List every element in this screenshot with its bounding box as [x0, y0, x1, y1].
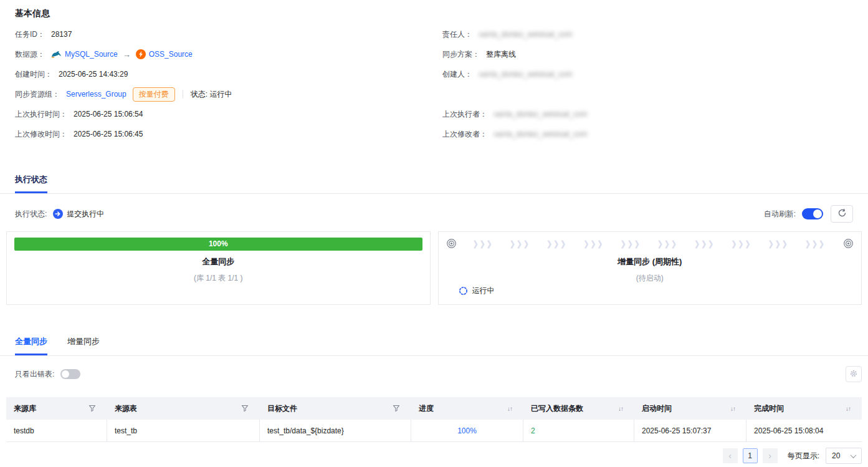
running-label: 运行中 [472, 286, 495, 296]
chevron-group-icon: 》》》 [658, 240, 679, 249]
chevron-flow: 》》》 》》》 》》》 》》》 》》》 》》》 》》》 》》》 》》》 》》》 [457, 240, 844, 249]
cell-target-file: test_tb/data_${bizdate} [260, 420, 411, 441]
col-header-progress: 进度 ↓↑ [411, 397, 523, 420]
cell-finish-time: 2025-06-25 15:08:04 [746, 420, 862, 441]
chevron-group-icon: 》》》 [547, 240, 568, 249]
col-label: 启动时间 [642, 403, 672, 414]
owner-row: 责任人： sarria_doniez_weixiual_com [442, 24, 853, 44]
owner-value-redacted: sarria_doniez_weixiual_com [479, 30, 573, 39]
sync-table: 来源库 来源表 目标文件 进度 ↓↑ 已写入数据条数 ↓↑ 启动时间 ↓↑ 完成… [6, 397, 862, 442]
basic-info-grid: 任务ID： 28137 数据源： MySQL_Source → OSS_Sour… [15, 24, 853, 144]
pagination: ‹ 1 › 每页显示: 20 [6, 448, 862, 464]
sync-plan-label: 同步方案： [442, 49, 480, 60]
error-filter-toggle[interactable] [60, 369, 80, 379]
sync-plan-row: 同步方案： 整库离线 [442, 44, 853, 64]
tab-execution-status[interactable]: 执行状态 [15, 174, 47, 193]
resource-group-label: 同步资源组： [15, 89, 60, 100]
refresh-icon [837, 208, 847, 219]
submit-running-icon [53, 209, 63, 219]
per-page-value: 20 [832, 451, 840, 460]
resource-group-row: 同步资源组： Serverless_Group 按量付费 状态: 运行中 [15, 84, 442, 104]
execution-tabbar: 执行状态 [0, 174, 868, 194]
progress-cards: 100% 全量同步 (库 1/1 表 1/1 ) 》》》 》》》 》》》 》》》… [6, 231, 862, 305]
resource-group-status: 状态: 运行中 [191, 89, 232, 100]
last-modifier-value-redacted: sarria_doniez_weixiual_com [494, 130, 588, 138]
oss-icon [136, 49, 146, 59]
col-label: 来源表 [115, 403, 137, 414]
column-settings-button[interactable] [846, 366, 862, 382]
chevron-group-icon: 》》》 [510, 240, 531, 249]
incremental-card-title: 增量同步 (周期性) [446, 256, 854, 267]
chevron-group-icon: 》》》 [806, 240, 826, 249]
datasource-label: 数据源： [15, 49, 45, 60]
last-modify-time-label: 上次修改时间： [15, 129, 67, 140]
incremental-pipeline-track: 》》》 》》》 》》》 》》》 》》》 》》》 》》》 》》》 》》》 》》》 [446, 238, 854, 251]
basic-info-right-column: 责任人： sarria_doniez_weixiual_com 同步方案： 整库… [442, 24, 853, 144]
table-row: testdb test_tb test_tb/data_${bizdate} 1… [6, 420, 862, 442]
execution-status-row: 执行状态: 提交执行中 自动刷新: [15, 205, 853, 223]
table-filter-row: 只看出错表: [6, 366, 862, 382]
creator-label: 创建人： [442, 69, 472, 80]
filter-funnel-icon[interactable] [393, 405, 400, 412]
resource-group-link[interactable]: Serverless_Group [66, 90, 126, 99]
last-modify-time-row: 上次修改时间： 2025-06-25 15:06:45 [15, 124, 442, 144]
sort-icon[interactable]: ↓↑ [846, 405, 851, 412]
execution-status-value: 提交执行中 [67, 209, 104, 219]
full-sync-progress-bar: 100% [14, 238, 422, 251]
col-label: 进度 [419, 403, 434, 414]
auto-refresh-area: 自动刷新: [764, 205, 853, 223]
col-header-source-db: 来源库 [6, 397, 107, 420]
refresh-button[interactable] [831, 205, 853, 223]
cell-written-rows: 2 [523, 420, 634, 441]
basic-info-left-column: 任务ID： 28137 数据源： MySQL_Source → OSS_Sour… [15, 24, 442, 144]
last-runner-label: 上次执行者： [442, 109, 487, 120]
divider [183, 90, 183, 99]
cell-source-db: testdb [6, 420, 107, 441]
bullseye-icon [843, 238, 854, 251]
target-datasource-link[interactable]: OSS_Source [149, 50, 193, 59]
sort-icon[interactable]: ↓↑ [730, 405, 735, 412]
datasource-row: 数据源： MySQL_Source → OSS_Source [15, 44, 442, 64]
create-time-row: 创建时间： 2025-06-25 14:43:29 [15, 64, 442, 84]
chevron-group-icon: 》》》 [769, 240, 789, 249]
tab-incremental-sync[interactable]: 增量同步 [67, 336, 100, 355]
last-run-time-value: 2025-06-25 15:06:54 [74, 110, 143, 118]
filter-funnel-icon[interactable] [241, 405, 249, 412]
empty-row [442, 84, 853, 104]
execution-status-label: 执行状态: [15, 209, 47, 219]
last-runner-row: 上次执行者： sarria_doniez_weixiual_com [442, 104, 853, 124]
source-datasource-link[interactable]: MySQL_Source [65, 50, 118, 59]
progress-link[interactable]: 100% [457, 426, 477, 435]
per-page-label: 每页显示: [788, 451, 819, 461]
detail-tabbar: 全量同步 增量同步 [0, 336, 868, 356]
full-sync-card-title: 全量同步 [14, 256, 422, 267]
sort-icon[interactable]: ↓↑ [507, 405, 512, 412]
auto-refresh-label: 自动刷新: [764, 209, 796, 219]
basic-info-section: 基本信息 任务ID： 28137 数据源： MySQL_Source → OSS… [0, 0, 868, 144]
next-page-button[interactable]: › [763, 448, 778, 463]
bullseye-icon [446, 238, 457, 251]
col-header-source-table: 来源表 [107, 397, 260, 420]
tab-full-sync[interactable]: 全量同步 [15, 336, 47, 355]
col-header-finish-time: 完成时间 ↓↑ [746, 397, 862, 420]
cell-source-table: test_tb [107, 420, 260, 441]
filter-funnel-icon[interactable] [88, 405, 96, 412]
incremental-card-detail: (待启动) [446, 273, 854, 284]
chevron-group-icon: 》》》 [732, 240, 752, 249]
sort-icon[interactable]: ↓↑ [618, 405, 623, 412]
execution-status-left: 执行状态: 提交执行中 [15, 209, 104, 219]
cell-start-time: 2025-06-25 15:07:37 [634, 420, 746, 441]
col-header-start-time: 启动时间 ↓↑ [634, 397, 746, 420]
creator-row: 创建人： sarria_doniez_weixiual_com [442, 64, 853, 84]
last-modifier-label: 上次修改者： [442, 129, 487, 140]
section-title-basic-info: 基本信息 [15, 8, 853, 19]
current-page-button[interactable]: 1 [743, 448, 758, 463]
col-header-target-file: 目标文件 [260, 397, 411, 420]
incremental-sync-card: 》》》 》》》 》》》 》》》 》》》 》》》 》》》 》》》 》》》 》》》 … [438, 231, 862, 305]
prev-page-button[interactable]: ‹ [723, 448, 738, 463]
chevron-down-icon [851, 452, 857, 458]
col-label: 已写入数据条数 [531, 403, 583, 414]
auto-refresh-toggle[interactable] [802, 208, 823, 219]
table-header: 来源库 来源表 目标文件 进度 ↓↑ 已写入数据条数 ↓↑ 启动时间 ↓↑ 完成… [6, 397, 862, 420]
per-page-select[interactable]: 20 [826, 448, 862, 464]
